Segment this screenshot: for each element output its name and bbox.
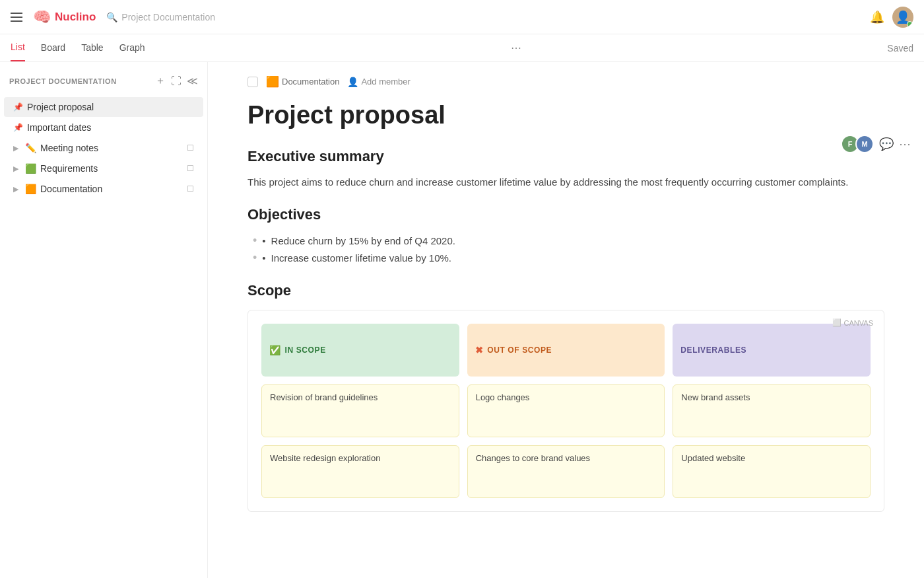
sidebar-item-meeting-notes[interactable]: ▶ ✏️ Meeting notes ☐ [4, 138, 203, 158]
more-options-icon[interactable]: ⋯ [899, 137, 911, 151]
bullet-icon: • [262, 233, 265, 250]
col-header-out-scope: ✖ OUT OF SCOPE [467, 324, 665, 377]
card-in-scope-1[interactable]: Revision of brand guidelines [261, 384, 459, 437]
bullet-icon: • [262, 250, 265, 267]
expand-arrow-icon: ▶ [13, 164, 18, 173]
sidebar-item-documentation[interactable]: ▶ 🟧 Documentation ☐ [4, 179, 203, 199]
add-member-icon: 👤 [347, 77, 358, 87]
doc-folder[interactable]: 🟧 Documentation [266, 75, 339, 88]
pin-icon: 📌 [13, 123, 23, 132]
folder-icon: 🟧 [266, 75, 279, 88]
document-title: Project proposal [248, 101, 884, 129]
avatar-stack: F M [841, 135, 874, 153]
card-in-scope-2[interactable]: Website redesign exploration [261, 445, 459, 498]
objectives-heading: Objectives [248, 206, 884, 223]
content-actions: F M 💬 ⋯ [841, 135, 911, 153]
item-menu-icon[interactable]: ☐ [187, 143, 194, 153]
expand-arrow-icon: ▶ [13, 185, 18, 194]
expand-button[interactable]: ⛶ [171, 75, 182, 87]
content-area: F M 💬 ⋯ 🟧 Documentation 👤 Add member Pro… [208, 62, 924, 578]
comment-icon[interactable]: 💬 [879, 137, 894, 151]
top-nav: 🧠 Nuclino 🔍 Project Documentation 🔔 👤 [0, 0, 924, 34]
bell-icon[interactable]: 🔔 [870, 10, 884, 24]
sidebar-item-label: Requirements [40, 163, 183, 174]
search-bar[interactable]: 🔍 Project Documentation [106, 12, 859, 22]
documentation-icon: 🟧 [25, 184, 36, 194]
tab-bar: List Board Table Graph ⋯ Saved [0, 34, 924, 62]
logo-text: Nuclino [55, 11, 96, 24]
logo-icon: 🧠 [33, 9, 51, 26]
item-menu-icon[interactable]: ☐ [187, 184, 194, 194]
card-out-scope-2[interactable]: Changes to core brand values [467, 445, 665, 498]
nav-right: 🔔 👤 [870, 7, 913, 28]
saved-status: Saved [887, 43, 913, 54]
sidebar-item-important-dates[interactable]: 📌 Important dates [4, 118, 203, 137]
card-deliverables-2[interactable]: Updated website [673, 445, 871, 498]
col-header-deliverables: DELIVERABLES [673, 324, 871, 377]
add-member-label: Add member [361, 77, 410, 87]
item-menu-icon[interactable]: ☐ [187, 164, 194, 173]
sidebar-item-label: Documentation [40, 184, 183, 194]
objectives-list: • Reduce churn by 15% by end of Q4 2020.… [248, 233, 884, 266]
requirements-icon: 🟩 [25, 163, 36, 174]
search-text: Project Documentation [121, 12, 215, 22]
collapse-button[interactable]: ≪ [187, 75, 198, 87]
canvas-label: ⬜ CANVAS [832, 318, 873, 327]
tab-table[interactable]: Table [81, 34, 103, 61]
online-indicator [907, 21, 913, 27]
sidebar-item-project-proposal[interactable]: 📌 Project proposal [4, 97, 203, 117]
sidebar-actions: ＋ ⛶ ≪ [155, 74, 198, 88]
folder-name: Documentation [282, 77, 339, 87]
objective-item-2: • Increase customer lifetime value by 10… [253, 250, 884, 267]
card-out-scope-1[interactable]: Logo changes [467, 384, 665, 437]
col-header-in-scope: ✅ IN SCOPE [261, 324, 459, 377]
collaborator-avatar-2: M [855, 135, 874, 153]
sidebar-item-label: Project proposal [27, 102, 194, 112]
canvas-board: ⬜ CANVAS ✅ IN SCOPE ✖ OUT OF SCOPE DELIV… [248, 310, 884, 512]
sidebar: PROJECT DOCUMENTATION ＋ ⛶ ≪ 📌 Project pr… [0, 62, 208, 578]
tab-board[interactable]: Board [41, 34, 65, 61]
check-icon: ✅ [269, 345, 281, 355]
main-area: PROJECT DOCUMENTATION ＋ ⛶ ≪ 📌 Project pr… [0, 62, 924, 578]
doc-checkbox[interactable] [248, 77, 258, 87]
meeting-notes-icon: ✏️ [25, 143, 36, 153]
objective-item-1: • Reduce churn by 15% by end of Q4 2020. [253, 233, 884, 250]
sidebar-item-label: Meeting notes [40, 143, 183, 153]
pin-icon: 📌 [13, 102, 23, 112]
canvas-icon: ⬜ [832, 318, 842, 327]
x-icon: ✖ [475, 345, 484, 355]
tab-list[interactable]: List [11, 34, 25, 61]
add-item-button[interactable]: ＋ [155, 74, 166, 88]
tab-graph[interactable]: Graph [119, 34, 145, 61]
user-avatar[interactable]: 👤 [892, 7, 913, 28]
executive-summary-text: This project aims to reduce churn and in… [248, 174, 884, 190]
sidebar-header: PROJECT DOCUMENTATION ＋ ⛶ ≪ [0, 70, 207, 92]
hamburger-menu[interactable] [11, 13, 22, 22]
executive-summary-heading: Executive summary [248, 148, 884, 165]
expand-arrow-icon: ▶ [13, 144, 18, 153]
tab-more-icon[interactable]: ⋯ [511, 42, 521, 54]
doc-meta: 🟧 Documentation 👤 Add member [248, 75, 884, 88]
canvas-grid: ✅ IN SCOPE ✖ OUT OF SCOPE DELIVERABLES R… [261, 324, 871, 498]
sidebar-item-label: Important dates [27, 122, 194, 133]
logo: 🧠 Nuclino [33, 9, 96, 26]
card-deliverables-1[interactable]: New brand assets [673, 384, 871, 437]
add-member-button[interactable]: 👤 Add member [347, 77, 410, 87]
scope-heading: Scope [248, 282, 884, 299]
sidebar-item-requirements[interactable]: ▶ 🟩 Requirements ☐ [4, 159, 203, 178]
search-icon: 🔍 [106, 12, 117, 22]
sidebar-title: PROJECT DOCUMENTATION [9, 77, 117, 85]
